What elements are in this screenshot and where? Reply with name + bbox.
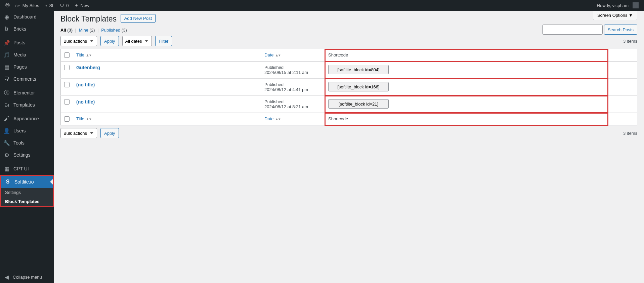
tools-icon: 🔧 bbox=[3, 139, 10, 146]
select-all-top[interactable] bbox=[64, 52, 70, 58]
admin-sidebar: ◉Dashboard bBricks 📌Posts 🎵Media ▤Pages … bbox=[0, 11, 54, 283]
apply-button-top[interactable]: Apply bbox=[100, 36, 119, 46]
collapse-icon: ◀ bbox=[3, 274, 10, 280]
row-title-link[interactable]: (no title) bbox=[76, 99, 95, 105]
sort-icon: ▲▾ bbox=[275, 117, 281, 121]
account-link[interactable]: Howdy, vicpham bbox=[594, 0, 641, 11]
bulk-actions-select-bottom[interactable]: Bulk actions bbox=[60, 128, 97, 138]
sort-icon: ▲▾ bbox=[86, 53, 91, 57]
filter-published[interactable]: Published bbox=[101, 28, 120, 33]
users-icon: 👤 bbox=[3, 127, 10, 134]
avatar bbox=[633, 2, 639, 8]
cptui-icon: ▦ bbox=[3, 165, 10, 172]
submenu-block-templates[interactable]: Block Templates bbox=[1, 197, 53, 206]
elementor-icon: Ⓔ bbox=[3, 89, 10, 96]
row-date: 2024/08/12 at 4:41 pm bbox=[264, 87, 308, 92]
appearance-icon: 🖌 bbox=[3, 115, 10, 122]
menu-softlite[interactable]: SSoftlite.io bbox=[1, 176, 53, 188]
site-name: SL bbox=[49, 3, 54, 8]
shortcode-field[interactable] bbox=[328, 65, 389, 74]
items-count-bottom: 3 items bbox=[623, 131, 637, 136]
row-date: 2024/08/15 at 2:11 am bbox=[264, 70, 308, 75]
my-sites-label: My Sites bbox=[23, 3, 39, 8]
menu-bricks[interactable]: bBricks bbox=[0, 23, 54, 35]
col-shortcode: Shortcode bbox=[328, 52, 348, 57]
posts-table: Title▲▾ Date▲▾ Shortcode Gutenberg Publi… bbox=[60, 49, 637, 125]
wp-logo[interactable]: ⓦ bbox=[3, 0, 12, 11]
col-shortcode-bottom: Shortcode bbox=[328, 116, 348, 121]
comments-link[interactable]: 🗨0 bbox=[57, 0, 71, 11]
main-content: Screen Options ▼ Block Templates Add New… bbox=[54, 11, 644, 283]
bulk-actions-select[interactable]: Bulk actions bbox=[60, 36, 97, 46]
row-status: Published bbox=[264, 65, 284, 70]
menu-elementor[interactable]: ⒺElementor bbox=[0, 87, 54, 99]
multisite-icon: ⌂⌂ bbox=[15, 3, 20, 8]
row-date: 2024/08/12 at 8:21 am bbox=[264, 104, 308, 109]
filter-button[interactable]: Filter bbox=[155, 36, 172, 46]
new-label: New bbox=[81, 3, 89, 8]
templates-icon: 🗂 bbox=[3, 102, 10, 108]
wordpress-icon: ⓦ bbox=[5, 2, 10, 8]
comments-count: 0 bbox=[66, 3, 69, 8]
menu-tools[interactable]: 🔧Tools bbox=[0, 137, 54, 149]
submenu-settings[interactable]: Settings bbox=[1, 188, 53, 197]
add-new-button[interactable]: Add New Post bbox=[121, 14, 156, 23]
row-title-link[interactable]: Gutenberg bbox=[76, 65, 100, 70]
media-icon: 🎵 bbox=[3, 51, 10, 58]
row-checkbox[interactable] bbox=[64, 99, 70, 105]
select-all-bottom[interactable] bbox=[64, 116, 70, 122]
home-icon: ⌂ bbox=[45, 3, 47, 8]
plus-icon: ＋ bbox=[74, 2, 79, 8]
softlite-icon: S bbox=[4, 178, 11, 185]
col-title-bottom[interactable]: Title▲▾ bbox=[76, 116, 91, 121]
menu-users[interactable]: 👤Users bbox=[0, 125, 54, 137]
items-count-top: 3 items bbox=[623, 39, 637, 44]
menu-dashboard[interactable]: ◉Dashboard bbox=[0, 11, 54, 23]
collapse-menu[interactable]: ◀Collapse menu bbox=[0, 271, 54, 283]
sort-icon: ▲▾ bbox=[86, 117, 91, 121]
row-status: Published bbox=[264, 99, 284, 104]
search-input[interactable] bbox=[542, 25, 603, 35]
site-link[interactable]: ⌂SL bbox=[42, 0, 57, 11]
settings-icon: ⚙ bbox=[3, 152, 10, 158]
row-checkbox[interactable] bbox=[64, 82, 70, 87]
menu-settings[interactable]: ⚙Settings bbox=[0, 149, 54, 161]
menu-pages[interactable]: ▤Pages bbox=[0, 61, 54, 73]
menu-comments[interactable]: 🗨Comments bbox=[0, 73, 54, 85]
table-row: (no title) Published2024/08/12 at 4:41 p… bbox=[61, 79, 637, 96]
admin-topbar: ⓦ ⌂⌂My Sites ⌂SL 🗨0 ＋New Howdy, vicpham bbox=[0, 0, 644, 11]
col-title[interactable]: Title▲▾ bbox=[76, 52, 91, 57]
pages-icon: ▤ bbox=[3, 64, 10, 70]
menu-appearance[interactable]: 🖌Appearance bbox=[0, 113, 54, 125]
filter-all[interactable]: All bbox=[60, 28, 66, 33]
bricks-icon: b bbox=[3, 26, 10, 32]
date-filter-select[interactable]: All dates bbox=[122, 36, 152, 46]
comment-icon: 🗨 bbox=[60, 3, 64, 8]
page-title: Block Templates bbox=[60, 14, 117, 24]
my-sites-link[interactable]: ⌂⌂My Sites bbox=[12, 0, 42, 11]
row-checkbox[interactable] bbox=[64, 65, 70, 70]
comments-icon: 🗨 bbox=[3, 76, 10, 82]
filter-mine[interactable]: Mine bbox=[79, 28, 88, 33]
row-title-link[interactable]: (no title) bbox=[76, 82, 95, 87]
menu-templates[interactable]: 🗂Templates bbox=[0, 99, 54, 111]
new-link[interactable]: ＋New bbox=[72, 0, 92, 11]
menu-media[interactable]: 🎵Media bbox=[0, 49, 54, 61]
sort-icon: ▲▾ bbox=[275, 53, 281, 57]
screen-options-button[interactable]: Screen Options ▼ bbox=[593, 11, 637, 20]
menu-cptui[interactable]: ▦CPT UI bbox=[0, 163, 54, 175]
table-row: (no title) Published2024/08/12 at 8:21 a… bbox=[61, 96, 637, 113]
table-row: Gutenberg Published2024/08/15 at 2:11 am bbox=[61, 62, 637, 79]
shortcode-field[interactable] bbox=[328, 82, 389, 91]
apply-button-bottom[interactable]: Apply bbox=[100, 128, 119, 138]
search-posts-button[interactable]: Search Posts bbox=[604, 25, 637, 35]
col-date[interactable]: Date▲▾ bbox=[264, 52, 281, 57]
col-date-bottom[interactable]: Date▲▾ bbox=[264, 116, 281, 121]
howdy-text: Howdy, vicpham bbox=[597, 3, 629, 8]
dashboard-icon: ◉ bbox=[3, 13, 10, 20]
row-status: Published bbox=[264, 82, 284, 87]
shortcode-field[interactable] bbox=[328, 99, 389, 109]
softlite-highlight: SSoftlite.io Settings Block Templates bbox=[0, 175, 54, 207]
posts-icon: 📌 bbox=[3, 39, 10, 46]
menu-posts[interactable]: 📌Posts bbox=[0, 37, 54, 49]
